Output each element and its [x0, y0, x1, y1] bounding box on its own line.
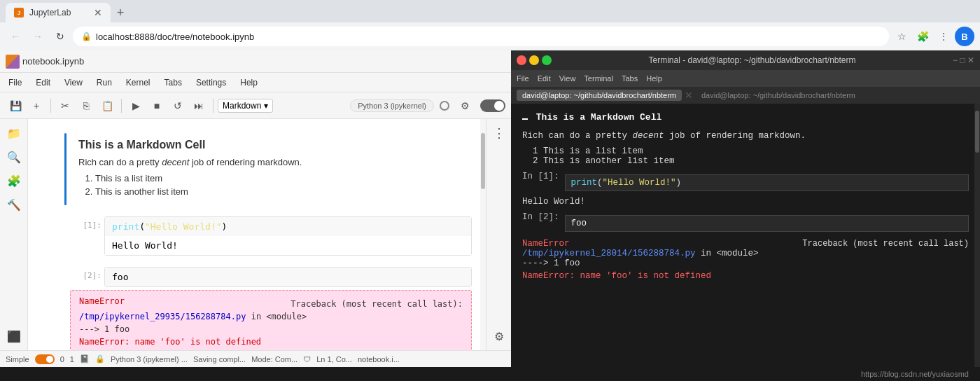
term-string-literal: "Hello World!" — [603, 178, 676, 188]
toolbar-separator — [50, 99, 51, 113]
term-print-keyword: print — [571, 178, 598, 188]
browser-tab-jupyter[interactable]: J JupyterLab ✕ — [6, 3, 111, 22]
print-keyword: print — [112, 221, 139, 232]
paste-button[interactable]: 📋 — [97, 96, 117, 116]
sidebar-search-icon[interactable]: 🔍 — [3, 146, 25, 168]
status-num1: 0 — [60, 355, 64, 363]
term-menu-file[interactable]: File — [517, 74, 529, 83]
jupyter-right-sidebar: ⋮ ⚙ — [486, 119, 511, 350]
term-in1-area: In [1]: print("Hello World!") — [522, 172, 969, 194]
extension-icon[interactable]: 🧩 — [913, 27, 932, 46]
add-cell-button[interactable]: + — [27, 96, 46, 116]
bookmark-icon[interactable]: ☆ — [892, 27, 911, 46]
cell-1-output: Hello World! — [105, 236, 471, 255]
cell-2-label: [2]: — [70, 267, 102, 280]
terminal-close-button[interactable] — [517, 55, 526, 65]
markdown-list-item-2: This is another list item — [95, 186, 463, 197]
simple-label: Simple — [6, 355, 29, 363]
code-cell-2: [2]: foo NameError Traceback (most recen… — [70, 267, 472, 350]
status-icon-shield: 🛡 — [303, 355, 311, 363]
url-text: localhost:8888/doc/tree/notebook.ipynb — [96, 32, 254, 42]
term-menu-edit[interactable]: Edit — [538, 74, 551, 83]
profile-avatar[interactable]: B — [955, 27, 974, 46]
kernel-gear-button[interactable]: ⚙ — [455, 96, 475, 116]
cell-1-code-input[interactable]: print("Hello World!") — [105, 217, 471, 236]
spacer1 — [522, 125, 969, 128]
right-sidebar-top-icon[interactable]: ⋮ — [488, 122, 510, 144]
error-file-line: /tmp/ipykernel_29935/156288784.py in <mo… — [79, 312, 463, 321]
run-button[interactable]: ▶ — [126, 96, 146, 116]
terminal-minimize-button[interactable] — [529, 55, 539, 65]
sidebar-debugger-icon[interactable]: 🔨 — [3, 193, 25, 216]
menu-help[interactable]: Help — [237, 76, 260, 89]
address-bar[interactable]: 🔒 localhost:8888/doc/tree/notebook.ipynb — [73, 27, 889, 46]
jupyter-status-bar: Simple 0 1 📓 🔒 Python 3 (ipykernel) ... … — [0, 350, 511, 367]
menu-view[interactable]: View — [62, 76, 85, 89]
simple-mode-toggle[interactable] — [480, 99, 505, 112]
jupyter-left-sidebar: 📁 🔍 🧩 🔨 ⬛ — [0, 119, 28, 350]
status-mode: Mode: Com... — [251, 355, 298, 363]
terminal-tab-2[interactable]: david@laptop: ~/github/davidbrochart/nbt… — [696, 90, 861, 101]
tab-title: JupyterLab — [29, 8, 88, 18]
sidebar-folder-icon[interactable]: 📁 — [3, 122, 25, 144]
menu-icon[interactable]: ⋮ — [934, 27, 953, 46]
menu-kernel[interactable]: Kernel — [123, 76, 153, 89]
terminal-tab-1[interactable]: david@laptop: ~/github/davidbrochart/nbt… — [517, 90, 682, 101]
menu-tabs[interactable]: Tabs — [162, 76, 185, 89]
interrupt-button[interactable]: ■ — [147, 96, 167, 116]
menu-settings[interactable]: Settings — [193, 76, 229, 89]
run-all-button[interactable]: ⏭ — [189, 96, 209, 116]
cell-2-code-input[interactable]: foo — [105, 268, 471, 286]
term-menu-help[interactable]: Help — [646, 74, 662, 83]
cut-button[interactable]: ✂ — [55, 96, 75, 116]
tab-separator: ✕ — [685, 90, 693, 101]
cell-active-indicator — [64, 133, 66, 205]
right-sidebar-gear-icon[interactable]: ⚙ — [488, 325, 510, 347]
scrollbar-thumb[interactable] — [481, 133, 485, 189]
copy-button[interactable]: ⎘ — [76, 96, 96, 116]
refresh-button[interactable]: ↻ — [50, 27, 70, 46]
term-in1-code-block: print("Hello World!") — [565, 174, 969, 191]
term-heading: This is a Markdown Cell — [522, 112, 969, 123]
status-mode-toggle[interactable] — [35, 354, 55, 364]
jupyter-logo: notebook.ipynb — [6, 55, 84, 69]
terminal-scrollbar[interactable] — [974, 104, 980, 367]
cell-type-dropdown[interactable]: Markdown ▾ — [218, 99, 273, 113]
status-icon-lock: 🔒 — [95, 354, 105, 363]
status-kernel-name: Python 3 (ipykernel) ... — [111, 355, 188, 363]
term-in2-area: In [2]: foo — [522, 212, 969, 235]
sidebar-extensions-icon[interactable]: 🧩 — [3, 169, 25, 192]
error-line: ---> 1 foo — [79, 324, 463, 334]
markdown-list-item-1: This is a list item — [95, 173, 463, 183]
term-error-type: NameError — [522, 239, 570, 249]
menu-edit[interactable]: Edit — [33, 76, 53, 89]
term-menu-terminal[interactable]: Terminal — [584, 74, 613, 83]
term-menu-tabs[interactable]: Tabs — [622, 74, 638, 83]
cell-2-code-block[interactable]: foo — [104, 267, 472, 287]
code-cell-1: [1]: print("Hello World!") Hello World! — [70, 216, 472, 256]
notebook-scrollbar[interactable] — [480, 119, 486, 350]
back-button[interactable]: ← — [6, 27, 25, 46]
error-output: NameError Traceback (most recent call la… — [70, 290, 472, 350]
restart-button[interactable]: ↺ — [168, 96, 188, 116]
terminal-scrollbar-thumb[interactable] — [975, 111, 979, 153]
new-tab-button[interactable]: + — [111, 3, 130, 22]
terminal-menubar: File Edit View Terminal Tabs Help — [511, 70, 980, 87]
term-error-file-line: /tmp/ipykernel_28014/156288784.py in <mo… — [522, 249, 969, 258]
term-in1-label: In [1]: — [522, 172, 559, 181]
error-file-path: /tmp/ipykernel_29935/156288784.py — [79, 312, 246, 321]
term-in2-label: In [2]: — [522, 212, 559, 222]
tab-close-button[interactable]: ✕ — [94, 7, 102, 18]
kernel-status: Python 3 (ipykernel) ⚙ — [350, 96, 505, 116]
toolbar-separator-3 — [213, 99, 214, 113]
save-button[interactable]: 💾 — [6, 96, 25, 116]
toolbar-separator-2 — [121, 99, 122, 113]
kernel-idle-circle — [440, 101, 449, 111]
terminal-maximize-button[interactable] — [542, 55, 552, 65]
menu-file[interactable]: File — [6, 76, 24, 89]
sidebar-terminal-icon[interactable]: ⬛ — [3, 325, 25, 347]
cell-1-code-block[interactable]: print("Hello World!") Hello World! — [104, 216, 472, 256]
forward-button[interactable]: → — [28, 27, 48, 46]
term-menu-view[interactable]: View — [559, 74, 576, 83]
menu-run[interactable]: Run — [94, 76, 115, 89]
